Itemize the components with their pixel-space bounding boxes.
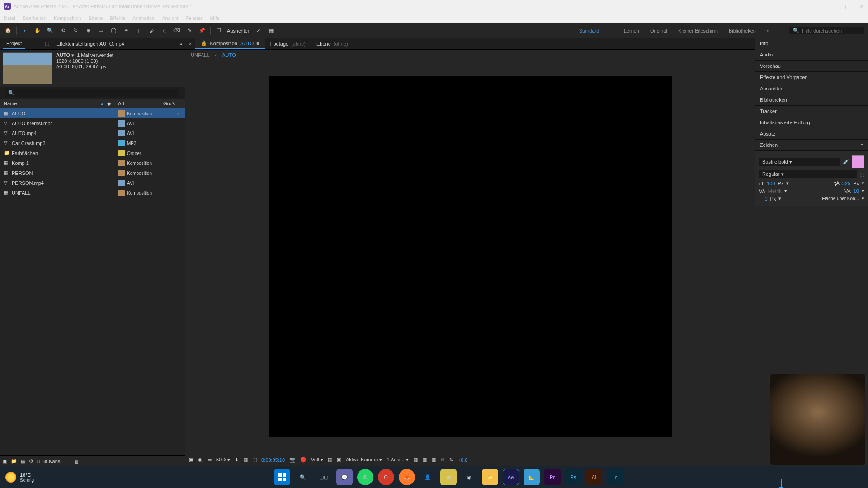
fill-color-swatch[interactable] xyxy=(852,155,864,168)
workspace-lernen[interactable]: Lernen xyxy=(624,28,639,33)
menu-datei[interactable]: Datei xyxy=(4,15,15,21)
search-taskbar-icon[interactable]: 🔍 xyxy=(295,469,311,485)
alpha-icon[interactable]: ▣ xyxy=(189,457,193,463)
project-search[interactable]: 🔍 xyxy=(5,89,179,97)
bit-depth[interactable]: 8-Bit-Kanal xyxy=(37,459,61,464)
zoom-tool[interactable]: 🔍 xyxy=(46,26,55,35)
panel-absatz[interactable]: Absatz xyxy=(755,128,868,140)
illustrator-icon[interactable]: Ai xyxy=(586,469,602,485)
new-folder-icon[interactable]: 📁 xyxy=(11,458,17,464)
panel-vorschau[interactable]: Vorschau xyxy=(755,61,868,72)
workspace-more-icon[interactable]: » xyxy=(767,28,769,33)
tracking-input[interactable]: 10 xyxy=(854,188,859,194)
project-item[interactable]: ▦AUTOKomposition⋔ xyxy=(0,108,185,118)
breadcrumb-auto[interactable]: AUTO xyxy=(222,52,236,58)
project-item[interactable]: ▦PERSONKomposition xyxy=(0,168,185,178)
menu-bearbeiten[interactable]: Bearbeiten xyxy=(23,15,47,21)
snapshot-icon[interactable]: 📷 xyxy=(289,457,296,463)
menu-effekte[interactable]: Effekte xyxy=(110,15,125,21)
menu-animation[interactable]: Animation xyxy=(132,15,155,21)
view2-icon[interactable]: ▦ xyxy=(422,457,427,463)
view3-icon[interactable]: ▦ xyxy=(431,457,436,463)
hand-tool[interactable]: ✋ xyxy=(33,26,42,35)
breadcrumb-unfall[interactable]: UNFALL xyxy=(191,52,210,58)
zoom-select[interactable]: 50% ▾ xyxy=(216,457,230,463)
panel-zeichen[interactable]: Zeichen≡ xyxy=(755,140,868,151)
workspace-bibliotheken[interactable]: Bibliotheken xyxy=(729,28,756,33)
photoshop-icon[interactable]: Ps xyxy=(565,469,581,485)
font-family-select[interactable]: Bastile bold ▾ xyxy=(759,158,840,166)
panel-info[interactable]: Info xyxy=(755,38,868,49)
app3-icon[interactable]: 📐 xyxy=(524,469,540,485)
project-bin[interactable]: ▦AUTOKomposition⋔▽AUTO bremst.mp4AVI▽AUT… xyxy=(0,108,185,455)
menu-ansicht[interactable]: Ansicht xyxy=(162,15,178,21)
workspace-original[interactable]: Original xyxy=(650,28,667,33)
project-item[interactable]: ▦Komp 1Komposition xyxy=(0,158,185,168)
panel-effekte[interactable]: Effekte und Vorgaben xyxy=(755,72,868,83)
stroke-swap-icon[interactable]: ⬚ xyxy=(860,171,864,177)
refresh-icon[interactable]: ↻ xyxy=(449,457,453,463)
tab-composition[interactable]: 🔒 Komposition AUTO ≡ xyxy=(195,38,264,49)
camera-select[interactable]: Aktive Kamera ▾ xyxy=(346,457,382,463)
premiere-icon[interactable]: Pr xyxy=(544,469,561,485)
project-item[interactable]: ▽AUTO.mp4AVI xyxy=(0,128,185,138)
panel-tracker[interactable]: Tracker xyxy=(755,106,868,117)
app1-icon[interactable]: 👤 xyxy=(420,469,436,485)
color-icon[interactable]: 🔴 xyxy=(300,457,307,463)
menu-fenster[interactable]: Fenster xyxy=(185,15,202,21)
menu-hilfe[interactable]: Hilfe xyxy=(210,15,220,21)
leading-input[interactable]: 325 xyxy=(842,181,850,186)
obs-icon[interactable]: ◉ xyxy=(461,469,477,485)
panel-ausrichten[interactable]: Ausrichten xyxy=(755,83,868,94)
res-down-icon[interactable]: ⬇ xyxy=(235,457,239,463)
viewer-timecode[interactable]: 0:00:05:10 xyxy=(261,457,285,463)
grid-icon[interactable]: ▦ xyxy=(243,457,248,463)
snap-grid-icon[interactable]: ▦ xyxy=(267,26,276,35)
menu-ebene[interactable]: Ebene xyxy=(88,15,103,21)
kerning-select[interactable]: Metrik xyxy=(768,188,782,194)
playhead[interactable] xyxy=(781,479,782,488)
shape-rect-tool[interactable]: ▭ xyxy=(96,26,105,35)
transparency-icon[interactable]: ▦ xyxy=(328,457,332,463)
tab-effect-controls[interactable]: Effekteinstellungen AUTO.mp4 xyxy=(53,39,128,48)
panel-menu-icon[interactable]: ≡ xyxy=(861,142,863,148)
home-icon[interactable]: 🏠 xyxy=(4,26,13,35)
project-item[interactable]: 📁FarbflächenOrdner xyxy=(0,148,185,158)
exposure-value[interactable]: +0,0 xyxy=(458,457,468,463)
fill-option-select[interactable]: Fläche über Kon... xyxy=(822,196,859,201)
eyedropper-icon[interactable]: 💉 xyxy=(843,159,849,165)
puppet-tool[interactable]: 📌 xyxy=(198,26,207,35)
new-comp-icon[interactable]: ▦ xyxy=(21,458,25,464)
roi-icon[interactable]: ⬚ xyxy=(252,457,257,463)
3d-icon[interactable]: ▣ xyxy=(337,457,341,463)
workspace-kleiner[interactable]: Kleiner Bildschirm xyxy=(678,28,718,33)
close-button[interactable]: ✕ xyxy=(859,3,864,10)
panel-audio[interactable]: Audio xyxy=(755,49,868,61)
panel-inhaltsfuellung[interactable]: Inhaltsbasierte Füllung xyxy=(755,117,868,128)
app2-icon[interactable]: ▦ xyxy=(440,469,457,485)
settings-icon[interactable]: ⚙ xyxy=(29,458,33,464)
resolution-select[interactable]: Voll ▾ xyxy=(311,457,323,463)
shape-ellipse-tool[interactable]: ◯ xyxy=(109,26,118,35)
help-search-input[interactable] xyxy=(802,28,861,33)
workspace-standard[interactable]: Standard xyxy=(579,28,599,33)
mask-icon[interactable]: ▭ xyxy=(207,457,212,463)
workspace-options-icon[interactable]: ≡ xyxy=(610,28,613,33)
tab-layer[interactable]: Ebene (ohne) xyxy=(311,39,354,48)
font-style-select[interactable]: Regular ▾ xyxy=(759,170,857,178)
tab-project[interactable]: Projekt xyxy=(3,39,25,49)
project-item[interactable]: ▽PERSON.mp4AVI xyxy=(0,178,185,188)
opera-icon[interactable]: O xyxy=(378,469,394,485)
project-item[interactable]: ▽Car Crash.mp3MP3 xyxy=(0,138,185,148)
project-item[interactable]: ▽AUTO bremst.mp4AVI xyxy=(0,118,185,128)
view4-icon[interactable]: ⚛ xyxy=(440,457,445,463)
snap-checkbox[interactable]: ☐ xyxy=(214,26,223,35)
menu-komposition[interactable]: Komposition xyxy=(54,15,81,21)
weather-widget[interactable]: 16°C Sonnig xyxy=(5,472,34,483)
taskview-icon[interactable]: ▢▢ xyxy=(316,469,332,485)
rotate-tool[interactable]: ↻ xyxy=(71,26,80,35)
start-button[interactable] xyxy=(274,469,290,485)
maximize-button[interactable]: ▢ xyxy=(845,3,851,10)
font-size-input[interactable]: 100 xyxy=(767,181,775,186)
explorer-icon[interactable]: 📁 xyxy=(482,469,498,485)
